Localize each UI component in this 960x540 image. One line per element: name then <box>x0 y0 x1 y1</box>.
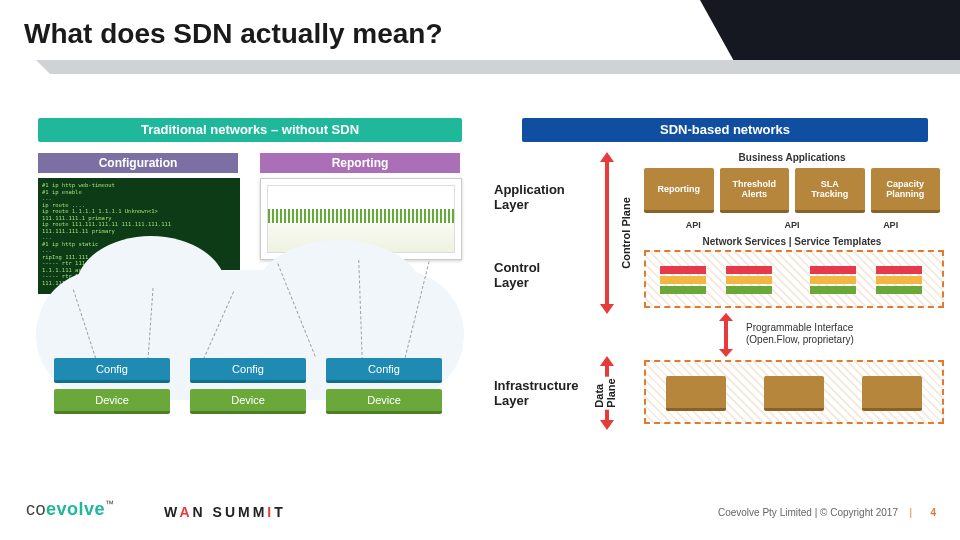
banner-traditional: Traditional networks – without SDN <box>38 118 462 142</box>
label-infrastructure-layer: Infrastructure Layer <box>494 378 584 408</box>
api-row: API API API <box>644 220 940 230</box>
device-column: Config Device <box>326 358 442 414</box>
device-column: Config Device <box>190 358 306 414</box>
logo-text: T <box>274 504 286 520</box>
subbanner-reporting: Reporting <box>260 153 460 173</box>
programmable-interface-arrow <box>716 320 736 350</box>
biz-app-sla: SLA Tracking <box>795 168 865 213</box>
subbanner-configuration: Configuration <box>38 153 238 173</box>
device-box: Device <box>326 389 442 414</box>
config-box: Config <box>54 358 170 383</box>
copyright-text: Coevolve Pty Limited | © Copyright 2017 <box>718 507 898 518</box>
biz-app-threshold: Threshold Alerts <box>720 168 790 213</box>
switch-icon <box>862 376 922 411</box>
label-control-layer: Control Layer <box>494 260 584 290</box>
label-application-layer: Application Layer <box>494 182 584 212</box>
logo-text: W <box>164 504 179 520</box>
bidir-arrow-icon <box>724 320 728 350</box>
infrastructure-layer-box <box>644 360 944 424</box>
device-box: Device <box>190 389 306 414</box>
biz-app-reporting: Reporting <box>644 168 714 213</box>
api-label: API <box>686 220 701 230</box>
logo-text: evolve <box>46 499 105 519</box>
coevolve-logo: coevolve™ <box>26 499 115 520</box>
control-layer-box <box>644 250 944 308</box>
footer: coevolve™ WAN SUMMIT Coevolve Pty Limite… <box>0 480 960 540</box>
network-services-heading: Network Services | Service Templates <box>644 236 940 247</box>
business-apps-heading: Business Applications <box>644 152 940 163</box>
device-column: Config Device <box>54 358 170 414</box>
service-icon <box>876 264 922 294</box>
chart-sparkline <box>268 209 454 223</box>
corner-shape-grey <box>50 60 960 74</box>
data-plane-indicator: Data Plane <box>590 364 624 422</box>
separator: | <box>909 507 912 518</box>
wan-summit-logo: WAN SUMMIT <box>164 504 286 520</box>
device-box: Device <box>54 389 170 414</box>
config-box: Config <box>326 358 442 383</box>
api-label: API <box>883 220 898 230</box>
config-box: Config <box>190 358 306 383</box>
control-plane-label: Control Plane <box>620 195 632 271</box>
logo-text: co <box>26 499 46 519</box>
switch-icon <box>764 376 824 411</box>
service-icon <box>726 264 772 294</box>
switch-icon <box>666 376 726 411</box>
service-icon <box>660 264 706 294</box>
page-number: 4 <box>930 507 936 518</box>
service-icon <box>810 264 856 294</box>
control-plane-indicator: Control Plane <box>590 160 624 306</box>
api-label: API <box>784 220 799 230</box>
bidir-arrow-icon <box>605 160 609 306</box>
business-apps-row: Reporting Threshold Alerts SLA Tracking … <box>644 168 940 213</box>
programmable-interface-label: Programmable Interface (Open.Flow, propr… <box>746 322 942 346</box>
logo-text: N SUMM <box>193 504 268 520</box>
banner-sdn: SDN-based networks <box>522 118 928 142</box>
trademark-icon: ™ <box>105 499 115 509</box>
wifi-a-icon: A <box>179 504 192 520</box>
data-plane-label: Data Plane <box>593 376 617 409</box>
biz-app-capacity: Capacity Planning <box>871 168 941 213</box>
